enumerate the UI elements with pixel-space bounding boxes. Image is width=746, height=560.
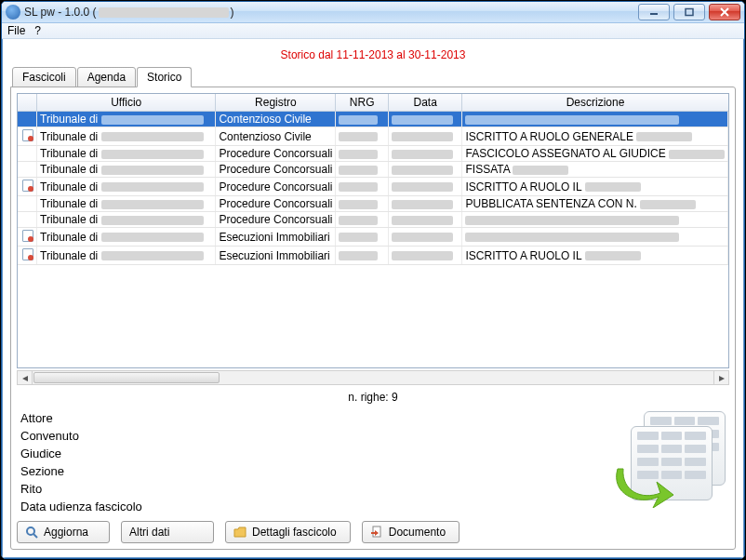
maximize-icon (684, 7, 695, 17)
col-data[interactable]: Data (388, 94, 462, 112)
altri-dati-button[interactable]: Altri dati (121, 521, 214, 543)
svg-line-3 (33, 534, 37, 538)
cell-ufficio: Tribunale di (40, 163, 101, 176)
menu-file[interactable]: File (7, 24, 25, 37)
col-nrg[interactable]: NRG (336, 94, 388, 112)
cell-ufficio: Tribunale di (40, 249, 101, 262)
col-ufficio[interactable]: Ufficio (37, 94, 216, 112)
scroll-right-icon[interactable]: ▸ (713, 371, 728, 384)
tab-fascicoli[interactable]: Fascicoli (12, 67, 76, 87)
cell-registro: Esecuzioni Immobiliari (216, 247, 336, 265)
table-row[interactable]: Tribunale di Esecuzioni ImmobiliariISCRI… (18, 247, 728, 265)
window-controls (638, 4, 740, 20)
scroll-thumb[interactable] (33, 372, 220, 383)
redacted (585, 182, 641, 192)
window-title: SL pw - 1.0.0 () (24, 6, 234, 19)
label-convenuto: Convenuto (20, 429, 142, 443)
date-range-banner: Storico dal 11-11-2013 al 30-11-2013 (10, 45, 736, 67)
label-rito: Rito (20, 482, 142, 496)
table-row[interactable]: Tribunale di Procedure Concorsuali (18, 212, 728, 228)
col-descrizione[interactable]: Descrizione (462, 94, 728, 112)
svg-rect-1 (686, 9, 693, 16)
redacted (339, 216, 378, 225)
col-icon[interactable] (18, 94, 37, 112)
minimize-button[interactable] (638, 4, 670, 20)
content-area: Storico dal 11-11-2013 al 30-11-2013 Fas… (2, 39, 744, 558)
row-document-icon (20, 247, 33, 260)
redacted (101, 166, 204, 175)
row-document-icon (20, 128, 33, 141)
data-grid[interactable]: Ufficio Registro NRG Data Descrizione Tr… (17, 93, 729, 368)
redacted (101, 132, 204, 141)
tab-agenda[interactable]: Agenda (77, 67, 136, 87)
cell-descrizione: ISCRITTO A RUOLO IL (465, 249, 584, 262)
cell-registro: Procedure Concorsuali (216, 162, 336, 178)
button-bar: Aggiorna Altri dati Dettagli fascicolo D… (17, 515, 729, 543)
documento-label: Documento (389, 526, 446, 539)
maximize-button[interactable] (673, 4, 705, 20)
redacted (339, 182, 378, 192)
menu-help[interactable]: ? (34, 24, 41, 37)
cell-registro: Procedure Concorsuali (216, 178, 336, 196)
table-row[interactable]: Tribunale di Procedure ConcorsualiISCRIT… (18, 178, 728, 196)
row-count: n. righe: 9 (17, 385, 729, 409)
table-row[interactable]: Tribunale di Procedure ConcorsualiFASCIC… (18, 146, 728, 162)
redacted (101, 150, 204, 159)
redacted (392, 233, 453, 242)
dettagli-fascicolo-button[interactable]: Dettagli fascicolo (225, 521, 351, 543)
redacted (339, 150, 378, 159)
label-giudice: Giudice (20, 447, 142, 460)
titlebar[interactable]: SL pw - 1.0.0 () (2, 2, 744, 23)
row-document-icon (20, 229, 33, 242)
redacted (392, 216, 453, 225)
redacted (585, 251, 641, 260)
cell-ufficio: Tribunale di (40, 213, 101, 226)
redacted (339, 200, 378, 209)
redacted (392, 251, 453, 260)
tab-storico[interactable]: Storico (137, 67, 192, 87)
tab-bar: Fascicoli Agenda Storico (10, 67, 736, 87)
redacted (513, 166, 568, 175)
redacted (669, 150, 725, 159)
svg-point-2 (27, 527, 34, 535)
cell-registro: Procedure Concorsuali (216, 146, 336, 162)
redacted (101, 115, 204, 125)
table-row[interactable]: Tribunale di Contenzioso Civile (18, 112, 728, 127)
horizontal-scrollbar[interactable]: ◂ ▸ (17, 370, 729, 385)
redacted (392, 150, 453, 159)
table-row[interactable]: Tribunale di Procedure ConcorsualiPUBBLI… (18, 196, 728, 212)
cell-descrizione: FISSATA (465, 163, 513, 176)
menubar: File ? (2, 23, 744, 39)
refresh-icon (25, 526, 38, 539)
cell-descrizione: ISCRITTO A RUOLO GENERALE (465, 130, 636, 143)
table-row[interactable]: Tribunale di Contenzioso CivileISCRITTO … (18, 127, 728, 146)
row-document-icon (20, 179, 33, 192)
cell-ufficio: Tribunale di (40, 147, 101, 160)
label-data-udienza: Data udienza fascicolo (20, 500, 142, 513)
document-icon (370, 526, 383, 539)
details-area: Attore Convenuto Giudice Sezione Rito Da… (17, 409, 729, 515)
table-row[interactable]: Tribunale di Procedure ConcorsualiFISSAT… (18, 162, 728, 178)
redacted (392, 115, 453, 125)
table-row[interactable]: Tribunale di Esecuzioni Immobiliari (18, 228, 728, 247)
folder-icon (233, 526, 246, 539)
redacted (392, 182, 453, 192)
redacted (640, 200, 696, 209)
col-registro[interactable]: Registro (216, 94, 336, 112)
app-window: SL pw - 1.0.0 () File ? Storico dal 11-1… (1, 1, 745, 559)
aggiorna-button[interactable]: Aggiorna (17, 521, 110, 543)
redacted (339, 233, 378, 242)
altri-dati-label: Altri dati (129, 526, 169, 539)
close-button[interactable] (709, 4, 740, 20)
cell-registro: Contenzioso Civile (216, 112, 336, 127)
minimize-icon (648, 7, 659, 17)
scroll-left-icon[interactable]: ◂ (18, 371, 33, 384)
redacted (392, 200, 453, 209)
redacted (339, 115, 378, 125)
label-attore: Attore (20, 411, 142, 425)
documento-button[interactable]: Documento (362, 521, 460, 543)
title-prefix: SL pw - 1.0.0 ( (24, 6, 97, 19)
cell-registro: Contenzioso Civile (216, 127, 336, 146)
redacted (101, 251, 204, 260)
redacted (339, 166, 378, 175)
